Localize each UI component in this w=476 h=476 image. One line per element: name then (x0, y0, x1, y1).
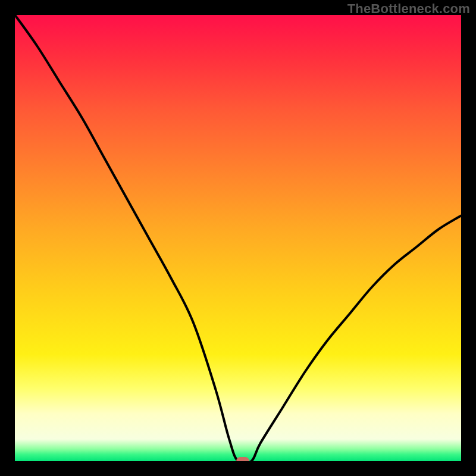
bottleneck-curve (15, 15, 461, 461)
chart-frame: TheBottleneck.com (0, 0, 476, 476)
plot-area (15, 15, 461, 461)
attribution-label: TheBottleneck.com (347, 1, 470, 17)
optimal-marker (236, 457, 249, 461)
